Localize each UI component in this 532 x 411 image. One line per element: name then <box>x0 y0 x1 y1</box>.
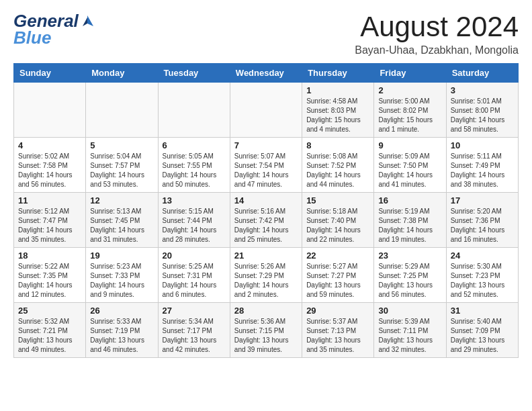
page-header: General Blue August 2024 Bayan-Uhaa, Dza… <box>13 11 519 56</box>
day-info: Sunrise: 5:36 AM Sunset: 7:15 PM Dayligh… <box>234 317 298 355</box>
day-info: Sunrise: 5:11 AM Sunset: 7:49 PM Dayligh… <box>451 152 514 189</box>
day-cell: 11Sunrise: 5:12 AM Sunset: 7:47 PM Dayli… <box>14 193 86 248</box>
day-cell: 2Sunrise: 5:00 AM Sunset: 8:02 PM Daylig… <box>374 83 446 138</box>
logo-sail-icon <box>80 14 95 29</box>
day-cell: 24Sunrise: 5:30 AM Sunset: 7:23 PM Dayli… <box>446 248 518 303</box>
day-number: 21 <box>234 250 298 261</box>
day-cell: 22Sunrise: 5:27 AM Sunset: 7:27 PM Dayli… <box>302 248 374 303</box>
header-cell-wednesday: Wednesday <box>230 64 302 83</box>
day-number: 16 <box>378 195 441 205</box>
day-info: Sunrise: 5:30 AM Sunset: 7:23 PM Dayligh… <box>451 262 514 300</box>
day-cell: 31Sunrise: 5:40 AM Sunset: 7:09 PM Dayli… <box>446 303 518 358</box>
title-block: August 2024 Bayan-Uhaa, Dzabkhan, Mongol… <box>355 11 519 56</box>
day-cell: 4Sunrise: 5:02 AM Sunset: 7:58 PM Daylig… <box>14 138 86 193</box>
day-cell <box>86 83 158 138</box>
day-cell: 29Sunrise: 5:37 AM Sunset: 7:13 PM Dayli… <box>302 303 374 358</box>
day-cell: 26Sunrise: 5:33 AM Sunset: 7:19 PM Dayli… <box>86 303 158 358</box>
day-cell: 5Sunrise: 5:04 AM Sunset: 7:57 PM Daylig… <box>86 138 158 193</box>
day-number: 7 <box>234 140 298 150</box>
day-cell: 19Sunrise: 5:23 AM Sunset: 7:33 PM Dayli… <box>86 248 158 303</box>
svg-marker-1 <box>83 17 87 26</box>
header-cell-sunday: Sunday <box>14 64 86 83</box>
day-cell: 15Sunrise: 5:18 AM Sunset: 7:40 PM Dayli… <box>302 193 374 248</box>
day-number: 29 <box>306 306 369 316</box>
day-number: 12 <box>90 195 153 205</box>
header-cell-saturday: Saturday <box>446 64 518 83</box>
day-info: Sunrise: 5:26 AM Sunset: 7:29 PM Dayligh… <box>234 262 298 300</box>
day-number: 24 <box>451 250 514 261</box>
week-row-1: 1Sunrise: 4:58 AM Sunset: 8:03 PM Daylig… <box>14 83 519 138</box>
header-cell-tuesday: Tuesday <box>158 64 230 83</box>
day-info: Sunrise: 5:22 AM Sunset: 7:35 PM Dayligh… <box>18 262 81 300</box>
day-info: Sunrise: 5:02 AM Sunset: 7:58 PM Dayligh… <box>18 152 81 189</box>
day-number: 19 <box>90 250 153 261</box>
day-info: Sunrise: 5:01 AM Sunset: 8:00 PM Dayligh… <box>451 97 514 134</box>
day-info: Sunrise: 5:09 AM Sunset: 7:50 PM Dayligh… <box>378 152 441 189</box>
day-cell <box>230 83 302 138</box>
day-number: 11 <box>18 195 81 205</box>
day-info: Sunrise: 5:25 AM Sunset: 7:31 PM Dayligh… <box>163 262 226 300</box>
month-title: August 2024 <box>355 11 519 43</box>
day-number: 30 <box>378 306 441 316</box>
day-number: 31 <box>451 306 514 316</box>
day-info: Sunrise: 5:13 AM Sunset: 7:45 PM Dayligh… <box>90 207 153 244</box>
day-info: Sunrise: 5:15 AM Sunset: 7:44 PM Dayligh… <box>163 207 226 244</box>
day-info: Sunrise: 5:23 AM Sunset: 7:33 PM Dayligh… <box>90 262 153 300</box>
day-cell <box>158 83 230 138</box>
day-info: Sunrise: 5:34 AM Sunset: 7:17 PM Dayligh… <box>163 317 226 355</box>
header-row: SundayMondayTuesdayWednesdayThursdayFrid… <box>14 64 519 83</box>
day-number: 10 <box>451 140 514 150</box>
day-cell: 30Sunrise: 5:39 AM Sunset: 7:11 PM Dayli… <box>374 303 446 358</box>
day-number: 27 <box>163 306 226 316</box>
week-row-2: 4Sunrise: 5:02 AM Sunset: 7:58 PM Daylig… <box>14 138 519 193</box>
day-number: 28 <box>234 306 298 316</box>
day-info: Sunrise: 5:39 AM Sunset: 7:11 PM Dayligh… <box>378 317 441 355</box>
day-number: 22 <box>306 250 369 261</box>
day-number: 5 <box>90 140 153 150</box>
day-number: 15 <box>306 195 369 205</box>
day-cell: 14Sunrise: 5:16 AM Sunset: 7:42 PM Dayli… <box>230 193 302 248</box>
day-cell: 21Sunrise: 5:26 AM Sunset: 7:29 PM Dayli… <box>230 248 302 303</box>
header-cell-thursday: Thursday <box>302 64 374 83</box>
day-number: 17 <box>451 195 514 205</box>
day-info: Sunrise: 5:20 AM Sunset: 7:36 PM Dayligh… <box>451 207 514 244</box>
day-number: 26 <box>90 306 153 316</box>
day-cell: 16Sunrise: 5:19 AM Sunset: 7:38 PM Dayli… <box>374 193 446 248</box>
day-info: Sunrise: 5:04 AM Sunset: 7:57 PM Dayligh… <box>90 152 153 189</box>
day-cell: 25Sunrise: 5:32 AM Sunset: 7:21 PM Dayli… <box>14 303 86 358</box>
day-info: Sunrise: 5:12 AM Sunset: 7:47 PM Dayligh… <box>18 207 81 244</box>
day-info: Sunrise: 5:32 AM Sunset: 7:21 PM Dayligh… <box>18 317 81 355</box>
day-number: 13 <box>163 195 226 205</box>
day-info: Sunrise: 5:40 AM Sunset: 7:09 PM Dayligh… <box>451 317 514 355</box>
day-cell: 3Sunrise: 5:01 AM Sunset: 8:00 PM Daylig… <box>446 83 518 138</box>
day-cell: 28Sunrise: 5:36 AM Sunset: 7:15 PM Dayli… <box>230 303 302 358</box>
header-cell-friday: Friday <box>374 64 446 83</box>
week-row-4: 18Sunrise: 5:22 AM Sunset: 7:35 PM Dayli… <box>14 248 519 303</box>
week-row-3: 11Sunrise: 5:12 AM Sunset: 7:47 PM Dayli… <box>14 193 519 248</box>
day-info: Sunrise: 5:19 AM Sunset: 7:38 PM Dayligh… <box>378 207 441 244</box>
day-info: Sunrise: 5:07 AM Sunset: 7:54 PM Dayligh… <box>234 152 298 189</box>
day-cell: 10Sunrise: 5:11 AM Sunset: 7:49 PM Dayli… <box>446 138 518 193</box>
day-cell: 20Sunrise: 5:25 AM Sunset: 7:31 PM Dayli… <box>158 248 230 303</box>
day-number: 25 <box>18 306 81 316</box>
day-cell: 27Sunrise: 5:34 AM Sunset: 7:17 PM Dayli… <box>158 303 230 358</box>
calendar-table: SundayMondayTuesdayWednesdayThursdayFrid… <box>13 63 519 358</box>
day-info: Sunrise: 5:37 AM Sunset: 7:13 PM Dayligh… <box>306 317 369 355</box>
day-number: 20 <box>163 250 226 261</box>
week-row-5: 25Sunrise: 5:32 AM Sunset: 7:21 PM Dayli… <box>14 303 519 358</box>
day-number: 18 <box>18 250 81 261</box>
day-cell: 12Sunrise: 5:13 AM Sunset: 7:45 PM Dayli… <box>86 193 158 248</box>
day-number: 9 <box>378 140 441 150</box>
day-info: Sunrise: 5:16 AM Sunset: 7:42 PM Dayligh… <box>234 207 298 244</box>
logo-block: General Blue <box>13 11 96 48</box>
day-cell: 13Sunrise: 5:15 AM Sunset: 7:44 PM Dayli… <box>158 193 230 248</box>
day-info: Sunrise: 5:18 AM Sunset: 7:40 PM Dayligh… <box>306 207 369 244</box>
header-cell-monday: Monday <box>86 64 158 83</box>
day-cell: 6Sunrise: 5:05 AM Sunset: 7:55 PM Daylig… <box>158 138 230 193</box>
day-cell: 23Sunrise: 5:29 AM Sunset: 7:25 PM Dayli… <box>374 248 446 303</box>
day-cell: 17Sunrise: 5:20 AM Sunset: 7:36 PM Dayli… <box>446 193 518 248</box>
day-number: 4 <box>18 140 81 150</box>
logo: General Blue <box>13 11 96 48</box>
day-cell: 7Sunrise: 5:07 AM Sunset: 7:54 PM Daylig… <box>230 138 302 193</box>
page-container: General Blue August 2024 Bayan-Uhaa, Dza… <box>0 0 532 369</box>
